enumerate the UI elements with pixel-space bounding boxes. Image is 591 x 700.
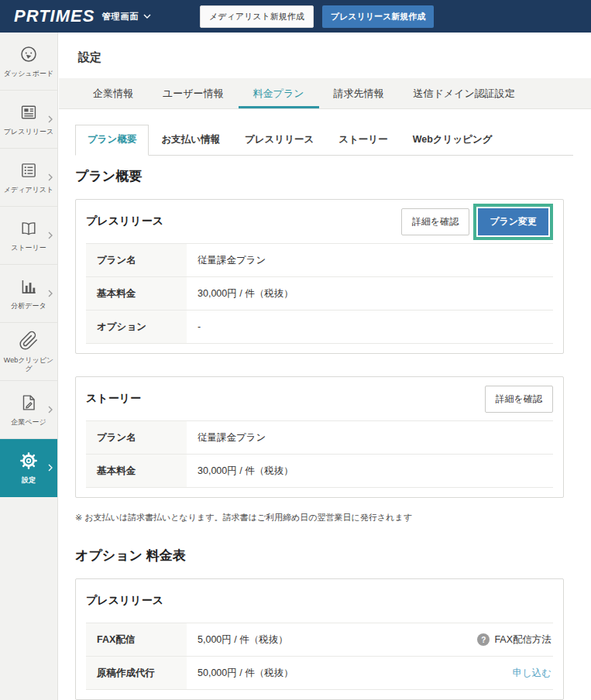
create-media-list-button[interactable]: メディアリスト新規作成 bbox=[200, 5, 314, 28]
paperclip-icon bbox=[19, 331, 39, 351]
sidebar-item-dashboard[interactable]: ダッシュボード bbox=[0, 33, 57, 91]
row-value: - bbox=[187, 311, 553, 343]
card-title: プレスリリース bbox=[86, 214, 401, 228]
sidebar-item-label: ストーリー bbox=[10, 244, 47, 252]
admin-dropdown-chevron-icon[interactable] bbox=[143, 14, 151, 19]
plan-table: プラン名 従量課金プラン 基本料金 30,000円 / 件（税抜） オプション … bbox=[86, 243, 553, 344]
row-label: 基本料金 bbox=[86, 277, 187, 310]
row-label: 基本料金 bbox=[86, 455, 187, 487]
sidebar-item-press-release[interactable]: プレスリリース bbox=[0, 91, 57, 149]
change-plan-button[interactable]: プラン変更 bbox=[478, 208, 548, 235]
row-label: プラン名 bbox=[86, 244, 187, 276]
pricing-subtab-bar: プラン概要 お支払い情報 プレスリリース ストーリー Webクリッピング bbox=[75, 125, 573, 156]
plan-overview-heading: プラン概要 bbox=[75, 169, 564, 184]
chevron-right-icon bbox=[48, 406, 53, 413]
chevron-right-icon bbox=[48, 232, 53, 239]
open-book-icon bbox=[19, 218, 39, 238]
main-content: 設定 企業情報 ユーザー情報 料金プラン 請求先情報 送信ドメイン認証設定 プラ… bbox=[59, 33, 591, 700]
page-title: 設定 bbox=[59, 33, 591, 65]
subtab-web-clipping[interactable]: Webクリッピング bbox=[400, 125, 505, 156]
tab-pricing-plan[interactable]: 料金プラン bbox=[239, 78, 319, 108]
sidebar-item-label: メディアリスト bbox=[3, 186, 54, 194]
plan-table: プラン名 従量課金プラン 基本料金 30,000円 / 件（税抜） bbox=[86, 420, 553, 488]
sidebar-item-label: 分析データ bbox=[10, 302, 46, 310]
sidebar-item-label: 設定 bbox=[21, 476, 36, 484]
media-list-icon bbox=[19, 160, 39, 180]
chevron-right-icon bbox=[48, 173, 53, 181]
row-label: プラン名 bbox=[86, 421, 187, 454]
prtimes-logo: PRTIMES bbox=[14, 6, 94, 26]
sidebar-item-label: ダッシュボード bbox=[3, 70, 54, 77]
table-row: プラン名 従量課金プラン bbox=[86, 244, 553, 277]
sidebar-item-settings[interactable]: 設定 bbox=[0, 439, 57, 497]
newspaper-icon bbox=[19, 102, 39, 122]
row-label: FAX配信 bbox=[86, 623, 187, 656]
top-header-bar: PRTIMES 管理画面 メディアリスト新規作成 プレスリリース新規作成 bbox=[0, 0, 591, 33]
subtab-story[interactable]: ストーリー bbox=[326, 125, 400, 156]
sidebar-item-label: 企業ページ bbox=[10, 418, 46, 426]
tab-billing-info[interactable]: 請求先情報 bbox=[319, 78, 399, 108]
table-row: FAX配信 5,000円 / 件（税抜） ? FAX配信方法 bbox=[86, 623, 553, 657]
row-value: 従量課金プラン bbox=[187, 244, 553, 276]
billing-note: ※ お支払いは請求書払いとなります。請求書はご利用締め日の翌営業日に発行されます bbox=[75, 512, 564, 523]
sidebar-nav: ダッシュボード プレスリリース bbox=[0, 33, 58, 700]
option-pricing-heading: オプション 料金表 bbox=[75, 548, 564, 564]
sidebar-item-media-list[interactable]: メディアリスト bbox=[0, 149, 57, 207]
detail-confirm-button[interactable]: 詳細を確認 bbox=[401, 208, 469, 235]
sidebar-item-label: Webクリッピング bbox=[0, 356, 57, 372]
card-title: ストーリー bbox=[86, 392, 485, 406]
tab-company-info[interactable]: 企業情報 bbox=[78, 78, 148, 108]
subtab-payment-info[interactable]: お支払い情報 bbox=[149, 125, 232, 156]
tab-sending-domain-auth[interactable]: 送信ドメイン認証設定 bbox=[399, 78, 530, 108]
table-row: オプション - bbox=[86, 311, 553, 344]
option-table: FAX配信 5,000円 / 件（税抜） ? FAX配信方法 原稿作成代行 50… bbox=[86, 623, 553, 690]
subtab-plan-overview[interactable]: プラン概要 bbox=[75, 125, 149, 156]
table-row: 基本料金 30,000円 / 件（税抜） bbox=[86, 277, 553, 311]
subtab-press-release[interactable]: プレスリリース bbox=[232, 125, 326, 156]
sidebar-item-web-clipping[interactable]: Webクリッピング bbox=[0, 323, 57, 381]
sidebar-item-story[interactable]: ストーリー bbox=[0, 207, 57, 265]
highlight-box: プラン変更 bbox=[473, 204, 553, 240]
row-label: 原稿作成代行 bbox=[86, 657, 187, 689]
sidebar-item-company-page[interactable]: 企業ページ bbox=[0, 381, 57, 439]
admin-screen-label: 管理画面 bbox=[101, 11, 139, 22]
chevron-right-icon bbox=[48, 115, 53, 123]
table-row: プラン名 従量課金プラン bbox=[86, 421, 553, 455]
spacer bbox=[75, 354, 564, 376]
settings-tab-bar: 企業情報 ユーザー情報 料金プラン 請求先情報 送信ドメイン認証設定 bbox=[59, 78, 591, 109]
detail-confirm-button[interactable]: 詳細を確認 bbox=[485, 386, 553, 413]
card-header: プレスリリース bbox=[86, 579, 553, 623]
mascot-face-icon bbox=[19, 44, 39, 64]
option-pricing-card: プレスリリース FAX配信 5,000円 / 件（税抜） ? FAX配信方法 原… bbox=[75, 578, 564, 700]
app-window: PRTIMES 管理画面 メディアリスト新規作成 プレスリリース新規作成 ダッシ… bbox=[0, 0, 591, 700]
table-row: 原稿作成代行 50,000円 / 件（税抜） 申し込む bbox=[86, 657, 553, 690]
chevron-right-icon bbox=[48, 464, 53, 472]
header-actions: メディアリスト新規作成 プレスリリース新規作成 bbox=[200, 5, 434, 28]
chevron-right-icon bbox=[48, 290, 53, 297]
tab-content: プラン概要 お支払い情報 プレスリリース ストーリー Webクリッピング プラン… bbox=[59, 125, 564, 700]
card-header: プレスリリース 詳細を確認 プラン変更 bbox=[86, 200, 553, 243]
row-label: オプション bbox=[86, 311, 187, 343]
sidebar-item-analytics[interactable]: 分析データ bbox=[0, 265, 57, 323]
sidebar-item-label: プレスリリース bbox=[3, 128, 54, 136]
card-header: ストーリー 詳細を確認 bbox=[86, 377, 553, 420]
tab-user-info[interactable]: ユーザー情報 bbox=[148, 78, 239, 108]
apply-link[interactable]: 申し込む bbox=[512, 657, 553, 689]
row-value: 50,000円 / 件（税抜） bbox=[187, 657, 512, 689]
fax-delivery-help[interactable]: ? FAX配信方法 bbox=[477, 623, 553, 656]
company-page-icon bbox=[19, 393, 39, 413]
table-row: 基本料金 30,000円 / 件（税抜） bbox=[86, 455, 553, 488]
help-icon[interactable]: ? bbox=[477, 633, 490, 646]
bar-chart-icon bbox=[19, 276, 39, 297]
create-press-release-button[interactable]: プレスリリース新規作成 bbox=[322, 5, 435, 28]
press-release-plan-card: プレスリリース 詳細を確認 プラン変更 プラン名 従量課金プラン 基本料金 30… bbox=[75, 199, 564, 354]
gear-icon bbox=[19, 451, 39, 471]
story-plan-card: ストーリー 詳細を確認 プラン名 従量課金プラン 基本料金 30,000円 / … bbox=[75, 376, 564, 498]
row-value: 従量課金プラン bbox=[187, 421, 553, 454]
fax-delivery-help-label[interactable]: FAX配信方法 bbox=[494, 633, 551, 647]
row-value: 30,000円 / 件（税抜） bbox=[187, 277, 553, 310]
row-value: 30,000円 / 件（税抜） bbox=[187, 455, 553, 487]
card-title: プレスリリース bbox=[86, 594, 553, 608]
row-value: 5,000円 / 件（税抜） bbox=[187, 623, 477, 656]
